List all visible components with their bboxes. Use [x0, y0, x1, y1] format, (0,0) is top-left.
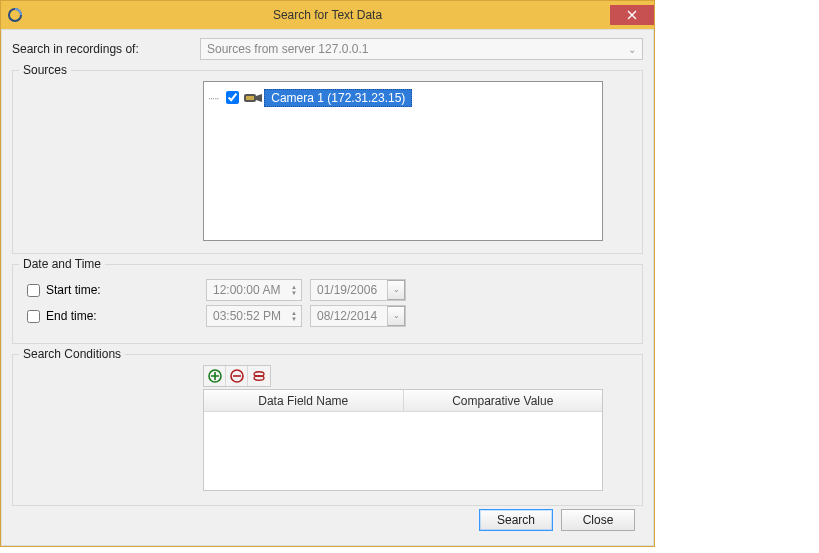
end-time-label: End time: — [46, 309, 206, 323]
svg-marker-3 — [256, 94, 262, 102]
add-condition-button[interactable] — [204, 366, 226, 386]
start-time-value: 12:00:00 AM — [213, 283, 280, 297]
table-body[interactable] — [204, 412, 602, 490]
search-in-label: Search in recordings of: — [12, 42, 192, 56]
search-in-value: Sources from server 127.0.0.1 — [207, 42, 368, 56]
chevron-down-icon: ⌄ — [387, 306, 405, 326]
search-in-row: Search in recordings of: Sources from se… — [12, 38, 643, 60]
svg-rect-2 — [246, 96, 254, 100]
app-icon — [7, 7, 23, 23]
start-date-value: 01/19/2006 — [311, 283, 387, 297]
remove-condition-button[interactable] — [226, 366, 248, 386]
clear-conditions-button[interactable] — [248, 366, 270, 386]
dialog-footer: Search Close — [479, 509, 635, 531]
end-time-row: End time: 03:50:52 PM ▲▼ 08/12/2014 ⌄ — [23, 305, 632, 327]
end-time-checkbox[interactable] — [27, 310, 40, 323]
sources-legend: Sources — [19, 63, 71, 77]
sources-fieldset: Sources ····· Camera 1 (172.31.23.15) — [12, 70, 643, 254]
camera-icon — [244, 92, 262, 104]
window-title: Search for Text Data — [1, 8, 654, 22]
dialog-window: Search for Text Data Search in recording… — [0, 0, 655, 547]
spinner-arrows-icon: ▲▼ — [291, 310, 297, 322]
close-window-button[interactable] — [610, 5, 654, 25]
start-date-input[interactable]: 01/19/2006 ⌄ — [310, 279, 406, 301]
end-date-input[interactable]: 08/12/2014 ⌄ — [310, 305, 406, 327]
end-time-value: 03:50:52 PM — [213, 309, 281, 323]
spinner-arrows-icon: ▲▼ — [291, 284, 297, 296]
column-header-field[interactable]: Data Field Name — [204, 390, 404, 412]
source-label: Camera 1 (172.31.23.15) — [264, 89, 412, 107]
datetime-fieldset: Date and Time Start time: 12:00:00 AM ▲▼… — [12, 264, 643, 344]
end-time-input[interactable]: 03:50:52 PM ▲▼ — [206, 305, 302, 327]
search-in-dropdown[interactable]: Sources from server 127.0.0.1 ⌄ — [200, 38, 643, 60]
start-time-input[interactable]: 12:00:00 AM ▲▼ — [206, 279, 302, 301]
start-time-label: Start time: — [46, 283, 206, 297]
close-button[interactable]: Close — [561, 509, 635, 531]
column-header-value[interactable]: Comparative Value — [404, 390, 603, 412]
datetime-legend: Date and Time — [19, 257, 105, 271]
dialog-body: Search in recordings of: Sources from se… — [1, 29, 654, 546]
source-checkbox[interactable] — [226, 91, 239, 104]
chevron-down-icon: ⌄ — [628, 44, 636, 55]
tree-item[interactable]: ····· Camera 1 (172.31.23.15) — [208, 88, 598, 107]
table-header: Data Field Name Comparative Value — [204, 390, 602, 412]
conditions-toolbar — [203, 365, 271, 387]
title-bar: Search for Text Data — [1, 1, 654, 29]
search-button[interactable]: Search — [479, 509, 553, 531]
svg-point-7 — [254, 376, 264, 380]
conditions-legend: Search Conditions — [19, 347, 125, 361]
start-time-checkbox[interactable] — [27, 284, 40, 297]
conditions-fieldset: Search Conditions Data Field Name Compar… — [12, 354, 643, 506]
chevron-down-icon: ⌄ — [387, 280, 405, 300]
conditions-table: Data Field Name Comparative Value — [203, 389, 603, 491]
end-date-value: 08/12/2014 — [311, 309, 387, 323]
start-time-row: Start time: 12:00:00 AM ▲▼ 01/19/2006 ⌄ — [23, 279, 632, 301]
sources-tree[interactable]: ····· Camera 1 (172.31.23.15) — [203, 81, 603, 241]
tree-connector: ····· — [208, 92, 218, 104]
